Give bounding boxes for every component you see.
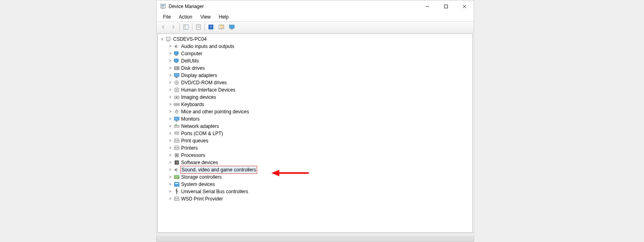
tree-category-label: Disk drives (180, 65, 206, 72)
svg-point-50 (175, 133, 176, 134)
software-icon (173, 159, 180, 166)
computer-icon (173, 50, 180, 57)
tree-category-node[interactable]: >DellUtils (167, 57, 473, 65)
expand-icon[interactable]: > (167, 195, 173, 202)
tree-category-node[interactable]: >Keyboards (167, 101, 473, 108)
titlebar: Device Manager (157, 0, 474, 13)
tree-category-node[interactable]: >Storage controllers (167, 173, 473, 181)
expand-icon[interactable]: > (167, 50, 173, 57)
tree-category-label: Network adapters (180, 123, 220, 130)
expand-icon[interactable]: > (167, 123, 173, 130)
device-tree[interactable]: v CSDEVS-PC04 >Audio inputs and outputs>… (157, 33, 473, 233)
svg-point-35 (176, 90, 177, 90)
speaker-icon (173, 43, 180, 50)
monitor-button[interactable] (227, 23, 237, 31)
expand-icon[interactable]: > (167, 86, 173, 94)
menu-help[interactable]: Help (216, 14, 232, 20)
tree-category-node[interactable]: >System devices (167, 181, 473, 188)
tree-root-node[interactable]: v CSDEVS-PC04 (159, 35, 473, 43)
expand-icon[interactable]: > (167, 57, 173, 65)
tree-category-node[interactable]: >Ports (COM & LPT) (167, 130, 473, 137)
svg-point-29 (178, 68, 179, 69)
svg-rect-40 (176, 104, 177, 105)
tree-category-node[interactable]: >Network adapters (167, 123, 473, 130)
svg-rect-55 (175, 146, 178, 147)
svg-rect-57 (176, 154, 178, 156)
svg-rect-45 (175, 121, 178, 121)
print-queue-icon (173, 138, 180, 144)
svg-rect-21 (231, 29, 233, 29)
expand-icon[interactable]: > (167, 166, 173, 173)
toolbar-separator (180, 23, 180, 31)
svg-rect-62 (174, 182, 179, 186)
back-button[interactable] (158, 23, 168, 31)
tree-category-node[interactable]: >Processors (167, 152, 473, 159)
expand-icon[interactable]: > (167, 65, 173, 72)
tree-category-label: Sound, video and game controllers (180, 166, 257, 174)
tree-category-node[interactable]: >Universal Serial Bus controllers (167, 188, 473, 195)
tree-category-node[interactable]: >WSD Print Provider (167, 195, 473, 202)
mouse-icon (173, 108, 180, 115)
tree-category-node[interactable]: >Imaging devices (167, 94, 473, 101)
network-icon (173, 123, 180, 129)
close-button[interactable] (455, 0, 474, 13)
disk-icon (173, 65, 180, 71)
help-button[interactable]: ? (206, 23, 216, 31)
menu-action[interactable]: Action (175, 14, 195, 20)
tree-category-node[interactable]: >Software devices (167, 159, 473, 166)
tree-category-node[interactable]: >Audio inputs and outputs (167, 43, 473, 50)
maximize-button[interactable] (437, 0, 455, 13)
expand-icon[interactable]: > (167, 115, 173, 123)
device-manager-icon (160, 3, 166, 10)
expand-icon[interactable]: > (167, 173, 173, 181)
expand-icon[interactable]: > (167, 181, 173, 188)
svg-rect-66 (175, 196, 178, 198)
show-hide-tree-button[interactable] (181, 23, 191, 31)
scan-hardware-button[interactable] (217, 23, 226, 31)
svg-rect-4 (161, 7, 164, 7)
expand-icon[interactable]: > (167, 144, 173, 152)
expand-icon[interactable]: > (167, 101, 173, 108)
expand-icon[interactable]: > (167, 137, 173, 144)
svg-rect-2 (161, 5, 165, 6)
tree-category-node[interactable]: >Human Interface Devices (167, 86, 473, 94)
forward-button[interactable] (169, 23, 178, 31)
tree-category-node[interactable]: >Printers (167, 144, 473, 152)
tree-category-label: Mice and other pointing devices (180, 108, 250, 115)
expand-icon[interactable]: > (167, 43, 173, 50)
tree-category-node[interactable]: >Sound, video and game controllers (167, 166, 473, 173)
expand-icon[interactable]: > (167, 72, 173, 79)
toolbar-separator (204, 23, 205, 31)
computer-root-icon (165, 36, 172, 42)
expand-icon[interactable]: > (167, 94, 173, 101)
expand-icon[interactable]: > (167, 159, 173, 166)
expand-icon[interactable]: > (167, 108, 173, 115)
tree-category-node[interactable]: >Monitors (167, 115, 473, 123)
svg-rect-12 (196, 25, 200, 29)
tree-category-node[interactable]: >Mice and other pointing devices (167, 108, 473, 115)
sound-icon (173, 167, 180, 173)
tree-category-label: Computer (180, 50, 203, 57)
menu-file[interactable]: File (160, 14, 174, 20)
svg-rect-6 (444, 5, 448, 8)
tree-category-node[interactable]: >Disk drives (167, 65, 473, 72)
tree-category-node[interactable]: >Computer (167, 50, 473, 57)
collapse-icon[interactable]: v (159, 35, 165, 43)
minimize-button[interactable] (418, 0, 437, 13)
expand-icon[interactable]: > (167, 152, 173, 159)
system-icon (173, 181, 180, 188)
properties-button[interactable] (194, 23, 203, 31)
storage-icon (173, 174, 180, 180)
menubar: File Action View Help (157, 13, 474, 21)
expand-icon[interactable]: > (167, 188, 173, 195)
tree-category-node[interactable]: >DVD/CD-ROM drives (167, 79, 473, 86)
menu-view[interactable]: View (197, 14, 214, 20)
tree-category-node[interactable]: >Display adapters (167, 72, 473, 79)
hid-icon (173, 87, 180, 93)
expand-icon[interactable]: > (167, 130, 173, 137)
svg-rect-46 (174, 125, 179, 127)
tree-category-node[interactable]: >Print queues (167, 137, 473, 144)
svg-rect-1 (161, 8, 165, 9)
dell-icon (173, 58, 180, 64)
expand-icon[interactable]: > (167, 79, 173, 86)
